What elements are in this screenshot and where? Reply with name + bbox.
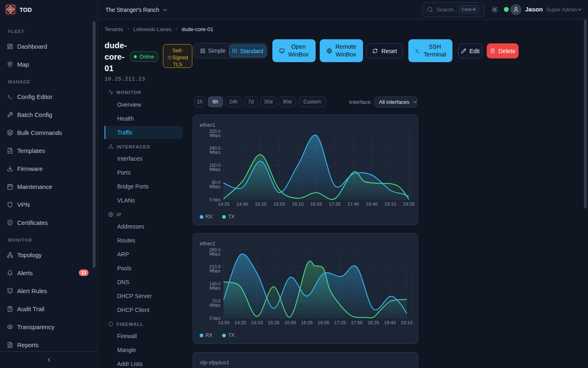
svg-text:Mbps: Mbps <box>209 184 220 189</box>
svg-text:16:55: 16:55 <box>310 202 322 206</box>
svg-text:18:25: 18:25 <box>368 320 379 325</box>
svg-text:15:25: 15:25 <box>255 202 267 206</box>
svg-text:16:55: 16:55 <box>318 320 330 325</box>
svg-text:15:55: 15:55 <box>274 202 285 206</box>
svg-text:Mbps: Mbps <box>209 150 220 155</box>
svg-text:Mbps: Mbps <box>209 285 220 290</box>
svg-text:13:55: 13:55 <box>218 320 230 325</box>
svg-text:17:25: 17:25 <box>334 320 346 325</box>
svg-text:Mbps: Mbps <box>209 167 220 172</box>
svg-text:17:25: 17:25 <box>329 202 341 206</box>
svg-text:15:25: 15:25 <box>268 320 280 325</box>
svg-text:17:55: 17:55 <box>351 320 363 325</box>
svg-text:14:25: 14:25 <box>218 202 230 206</box>
svg-text:19:25: 19:25 <box>403 202 415 206</box>
svg-text:0 bps: 0 bps <box>209 316 220 321</box>
svg-text:14:40: 14:40 <box>236 202 248 206</box>
svg-text:16:25: 16:25 <box>301 320 313 325</box>
svg-text:19:10: 19:10 <box>401 320 412 325</box>
svg-text:0 bps: 0 bps <box>209 197 220 202</box>
svg-text:16:10: 16:10 <box>292 202 304 206</box>
svg-text:Mbps: Mbps <box>209 251 220 256</box>
svg-text:15:10: 15:10 <box>251 320 263 325</box>
svg-text:Mbps: Mbps <box>209 303 220 307</box>
svg-text:15:55: 15:55 <box>284 320 296 325</box>
svg-text:19:10: 19:10 <box>384 202 396 206</box>
svg-text:14:25: 14:25 <box>234 320 246 325</box>
svg-text:Mbps: Mbps <box>209 133 220 138</box>
svg-text:18:40: 18:40 <box>366 202 378 206</box>
svg-text:18:40: 18:40 <box>384 320 396 325</box>
svg-text:17:40: 17:40 <box>347 202 359 206</box>
svg-text:Mbps: Mbps <box>209 268 220 273</box>
